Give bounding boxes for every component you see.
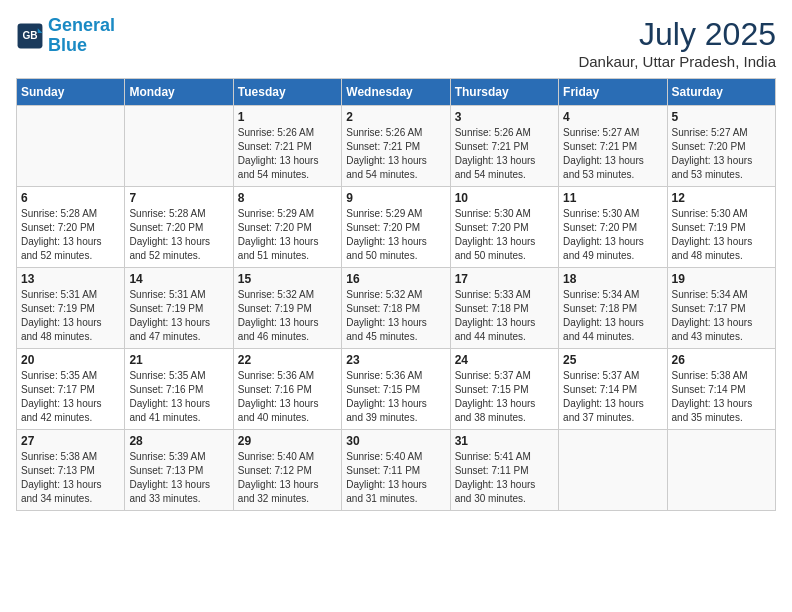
day-number: 2 xyxy=(346,110,445,124)
day-number: 3 xyxy=(455,110,554,124)
day-number: 17 xyxy=(455,272,554,286)
calendar-body: 1Sunrise: 5:26 AM Sunset: 7:21 PM Daylig… xyxy=(17,106,776,511)
calendar-week-3: 13Sunrise: 5:31 AM Sunset: 7:19 PM Dayli… xyxy=(17,268,776,349)
logo-text: General Blue xyxy=(48,16,115,56)
weekday-header-wednesday: Wednesday xyxy=(342,79,450,106)
day-number: 23 xyxy=(346,353,445,367)
day-info: Sunrise: 5:38 AM Sunset: 7:14 PM Dayligh… xyxy=(672,369,771,425)
day-info: Sunrise: 5:29 AM Sunset: 7:20 PM Dayligh… xyxy=(346,207,445,263)
calendar-week-1: 1Sunrise: 5:26 AM Sunset: 7:21 PM Daylig… xyxy=(17,106,776,187)
logo-line1: General xyxy=(48,15,115,35)
calendar-cell: 9Sunrise: 5:29 AM Sunset: 7:20 PM Daylig… xyxy=(342,187,450,268)
day-number: 30 xyxy=(346,434,445,448)
weekday-header-thursday: Thursday xyxy=(450,79,558,106)
day-number: 9 xyxy=(346,191,445,205)
calendar-cell: 7Sunrise: 5:28 AM Sunset: 7:20 PM Daylig… xyxy=(125,187,233,268)
logo: GB General Blue xyxy=(16,16,115,56)
day-number: 26 xyxy=(672,353,771,367)
day-number: 24 xyxy=(455,353,554,367)
day-info: Sunrise: 5:35 AM Sunset: 7:17 PM Dayligh… xyxy=(21,369,120,425)
calendar-cell: 13Sunrise: 5:31 AM Sunset: 7:19 PM Dayli… xyxy=(17,268,125,349)
day-info: Sunrise: 5:27 AM Sunset: 7:21 PM Dayligh… xyxy=(563,126,662,182)
day-info: Sunrise: 5:26 AM Sunset: 7:21 PM Dayligh… xyxy=(346,126,445,182)
calendar-cell: 21Sunrise: 5:35 AM Sunset: 7:16 PM Dayli… xyxy=(125,349,233,430)
calendar-week-5: 27Sunrise: 5:38 AM Sunset: 7:13 PM Dayli… xyxy=(17,430,776,511)
weekday-header-tuesday: Tuesday xyxy=(233,79,341,106)
day-info: Sunrise: 5:28 AM Sunset: 7:20 PM Dayligh… xyxy=(21,207,120,263)
page-header: GB General Blue July 2025 Dankaur, Uttar… xyxy=(16,16,776,70)
day-number: 21 xyxy=(129,353,228,367)
calendar-cell: 3Sunrise: 5:26 AM Sunset: 7:21 PM Daylig… xyxy=(450,106,558,187)
day-number: 10 xyxy=(455,191,554,205)
day-number: 7 xyxy=(129,191,228,205)
day-number: 15 xyxy=(238,272,337,286)
day-info: Sunrise: 5:32 AM Sunset: 7:19 PM Dayligh… xyxy=(238,288,337,344)
day-info: Sunrise: 5:36 AM Sunset: 7:15 PM Dayligh… xyxy=(346,369,445,425)
day-number: 28 xyxy=(129,434,228,448)
day-info: Sunrise: 5:35 AM Sunset: 7:16 PM Dayligh… xyxy=(129,369,228,425)
calendar-cell: 24Sunrise: 5:37 AM Sunset: 7:15 PM Dayli… xyxy=(450,349,558,430)
calendar-cell: 18Sunrise: 5:34 AM Sunset: 7:18 PM Dayli… xyxy=(559,268,667,349)
calendar-cell: 23Sunrise: 5:36 AM Sunset: 7:15 PM Dayli… xyxy=(342,349,450,430)
calendar-cell: 2Sunrise: 5:26 AM Sunset: 7:21 PM Daylig… xyxy=(342,106,450,187)
day-info: Sunrise: 5:33 AM Sunset: 7:18 PM Dayligh… xyxy=(455,288,554,344)
calendar-cell: 31Sunrise: 5:41 AM Sunset: 7:11 PM Dayli… xyxy=(450,430,558,511)
calendar-cell: 1Sunrise: 5:26 AM Sunset: 7:21 PM Daylig… xyxy=(233,106,341,187)
weekday-header-monday: Monday xyxy=(125,79,233,106)
calendar-cell: 29Sunrise: 5:40 AM Sunset: 7:12 PM Dayli… xyxy=(233,430,341,511)
calendar-cell: 25Sunrise: 5:37 AM Sunset: 7:14 PM Dayli… xyxy=(559,349,667,430)
calendar-cell: 12Sunrise: 5:30 AM Sunset: 7:19 PM Dayli… xyxy=(667,187,775,268)
day-number: 1 xyxy=(238,110,337,124)
calendar-cell: 19Sunrise: 5:34 AM Sunset: 7:17 PM Dayli… xyxy=(667,268,775,349)
day-number: 20 xyxy=(21,353,120,367)
calendar-week-4: 20Sunrise: 5:35 AM Sunset: 7:17 PM Dayli… xyxy=(17,349,776,430)
calendar-cell xyxy=(125,106,233,187)
day-number: 12 xyxy=(672,191,771,205)
day-info: Sunrise: 5:38 AM Sunset: 7:13 PM Dayligh… xyxy=(21,450,120,506)
logo-line2: Blue xyxy=(48,35,87,55)
day-info: Sunrise: 5:31 AM Sunset: 7:19 PM Dayligh… xyxy=(129,288,228,344)
day-info: Sunrise: 5:28 AM Sunset: 7:20 PM Dayligh… xyxy=(129,207,228,263)
calendar-cell: 28Sunrise: 5:39 AM Sunset: 7:13 PM Dayli… xyxy=(125,430,233,511)
calendar-cell: 27Sunrise: 5:38 AM Sunset: 7:13 PM Dayli… xyxy=(17,430,125,511)
day-number: 13 xyxy=(21,272,120,286)
day-number: 14 xyxy=(129,272,228,286)
calendar-cell: 14Sunrise: 5:31 AM Sunset: 7:19 PM Dayli… xyxy=(125,268,233,349)
day-info: Sunrise: 5:29 AM Sunset: 7:20 PM Dayligh… xyxy=(238,207,337,263)
day-number: 25 xyxy=(563,353,662,367)
calendar-table: SundayMondayTuesdayWednesdayThursdayFrid… xyxy=(16,78,776,511)
weekday-header-sunday: Sunday xyxy=(17,79,125,106)
calendar-cell: 11Sunrise: 5:30 AM Sunset: 7:20 PM Dayli… xyxy=(559,187,667,268)
day-number: 8 xyxy=(238,191,337,205)
calendar-cell: 5Sunrise: 5:27 AM Sunset: 7:20 PM Daylig… xyxy=(667,106,775,187)
calendar-cell: 10Sunrise: 5:30 AM Sunset: 7:20 PM Dayli… xyxy=(450,187,558,268)
day-info: Sunrise: 5:40 AM Sunset: 7:12 PM Dayligh… xyxy=(238,450,337,506)
day-number: 6 xyxy=(21,191,120,205)
day-number: 11 xyxy=(563,191,662,205)
calendar-cell: 4Sunrise: 5:27 AM Sunset: 7:21 PM Daylig… xyxy=(559,106,667,187)
calendar-cell: 6Sunrise: 5:28 AM Sunset: 7:20 PM Daylig… xyxy=(17,187,125,268)
calendar-cell: 20Sunrise: 5:35 AM Sunset: 7:17 PM Dayli… xyxy=(17,349,125,430)
calendar-cell: 17Sunrise: 5:33 AM Sunset: 7:18 PM Dayli… xyxy=(450,268,558,349)
day-info: Sunrise: 5:41 AM Sunset: 7:11 PM Dayligh… xyxy=(455,450,554,506)
day-info: Sunrise: 5:32 AM Sunset: 7:18 PM Dayligh… xyxy=(346,288,445,344)
day-info: Sunrise: 5:30 AM Sunset: 7:20 PM Dayligh… xyxy=(455,207,554,263)
day-number: 27 xyxy=(21,434,120,448)
calendar-cell: 8Sunrise: 5:29 AM Sunset: 7:20 PM Daylig… xyxy=(233,187,341,268)
weekday-header-row: SundayMondayTuesdayWednesdayThursdayFrid… xyxy=(17,79,776,106)
day-info: Sunrise: 5:26 AM Sunset: 7:21 PM Dayligh… xyxy=(455,126,554,182)
day-number: 22 xyxy=(238,353,337,367)
calendar-cell: 16Sunrise: 5:32 AM Sunset: 7:18 PM Dayli… xyxy=(342,268,450,349)
title-block: July 2025 Dankaur, Uttar Pradesh, India xyxy=(578,16,776,70)
month-year: July 2025 xyxy=(578,16,776,53)
day-number: 4 xyxy=(563,110,662,124)
day-info: Sunrise: 5:34 AM Sunset: 7:17 PM Dayligh… xyxy=(672,288,771,344)
day-info: Sunrise: 5:34 AM Sunset: 7:18 PM Dayligh… xyxy=(563,288,662,344)
day-info: Sunrise: 5:30 AM Sunset: 7:19 PM Dayligh… xyxy=(672,207,771,263)
day-number: 19 xyxy=(672,272,771,286)
calendar-cell: 22Sunrise: 5:36 AM Sunset: 7:16 PM Dayli… xyxy=(233,349,341,430)
weekday-header-saturday: Saturday xyxy=(667,79,775,106)
calendar-cell: 26Sunrise: 5:38 AM Sunset: 7:14 PM Dayli… xyxy=(667,349,775,430)
weekday-header-friday: Friday xyxy=(559,79,667,106)
day-info: Sunrise: 5:31 AM Sunset: 7:19 PM Dayligh… xyxy=(21,288,120,344)
